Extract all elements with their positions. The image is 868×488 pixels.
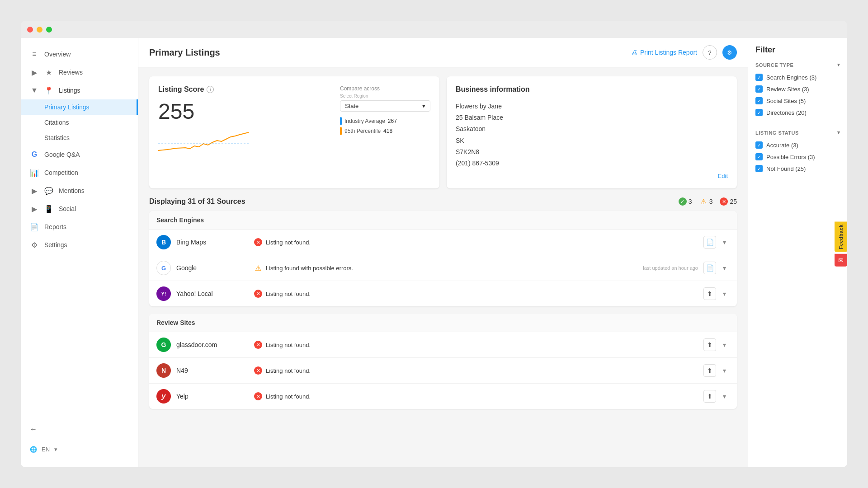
listing-score-info-icon[interactable]: i [207, 86, 214, 93]
sources-display-label: Displaying 31 of 31 Sources [149, 197, 245, 206]
glassdoor-logo: G [156, 338, 171, 352]
benchmark-industry: Industry Average 267 [340, 117, 430, 125]
competition-icon: 📊 [30, 168, 39, 177]
status-counts: ✓ 3 ⚠ 3 ✕ 25 [679, 197, 737, 206]
sidebar-item-reports[interactable]: 📄 Reports [21, 218, 138, 236]
listing-status-section-header[interactable]: LISTING STATUS ▾ [755, 130, 840, 136]
sidebar-item-settings[interactable]: ⚙ Settings [21, 236, 138, 254]
sidebar-item-google-qa[interactable]: G Google Q&A [21, 145, 138, 164]
yelp-logo: y [156, 389, 171, 404]
sidebar-item-listings[interactable]: ▼ 📍 Listings [21, 81, 138, 99]
source-row-bing: B Bing Maps ✕ Listing not found. 📄 ▾ [149, 230, 737, 255]
listing-score-value: 255 [158, 101, 249, 122]
yelp-expand-button[interactable]: ▾ [719, 391, 730, 402]
minimize-button[interactable] [37, 27, 42, 33]
sidebar-item-overview[interactable]: ≡ Overview [21, 45, 138, 63]
sidebar-item-competition[interactable]: 📊 Competition [21, 164, 138, 182]
language-selector[interactable]: 🌐 EN ▾ [21, 439, 138, 460]
not-found-checkbox[interactable] [755, 165, 763, 172]
source-row-n49: N N49 ✕ Listing not found. ⬆ ▾ [149, 358, 737, 384]
feedback-tab[interactable]: Feedback [835, 222, 847, 252]
listings-arrow-icon: ▼ [30, 86, 39, 95]
info-cards: Listing Score i 255 Compare across [149, 76, 737, 188]
star-icon: ★ [44, 68, 53, 77]
warning-icon: ⚠ [699, 197, 708, 206]
source-type-filters: Search Engines (3) Review Sites (3) Soci… [755, 71, 840, 118]
n49-upload-button[interactable]: ⬆ [703, 364, 716, 377]
filter-review-sites[interactable]: Review Sites (3) [755, 83, 840, 95]
email-tab[interactable]: ✉ [835, 253, 847, 266]
business-phone: (201) 867-5309 [456, 158, 728, 169]
bing-doc-button[interactable]: 📄 [703, 236, 716, 249]
benchmarks: Industry Average 267 95th Percentile 418 [340, 117, 430, 135]
directories-checkbox[interactable] [755, 109, 763, 116]
filter-search-engines[interactable]: Search Engines (3) [755, 71, 840, 83]
yahoo-status: ✕ Listing not found. [254, 290, 698, 298]
yahoo-expand-button[interactable]: ▾ [719, 288, 730, 299]
business-postal: S7K2N8 [456, 146, 728, 158]
filter-toggle-button[interactable]: ⚙ [722, 45, 737, 60]
filter-directories[interactable]: Directories (20) [755, 107, 840, 118]
close-button[interactable] [27, 27, 33, 33]
source-row-google: G Google ⚠ Listing found with possible e… [149, 255, 737, 281]
filter-possible-errors[interactable]: Possible Errors (3) [755, 151, 840, 163]
google-timestamp: last updated an hour ago [643, 265, 698, 271]
yelp-upload-button[interactable]: ⬆ [703, 390, 716, 403]
business-name: Flowers by Jane [456, 101, 728, 112]
sidebar: ≡ Overview ▶ ★ Reviews ▼ 📍 Listings Prim… [21, 38, 138, 467]
print-listings-button[interactable]: 🖨 Print Listings Report [631, 49, 697, 56]
n49-status: ✕ Listing not found. [254, 366, 698, 375]
filter-social-sites[interactable]: Social Sites (5) [755, 95, 840, 107]
sidebar-item-statistics[interactable]: Statistics [21, 130, 138, 145]
sidebar-item-mentions[interactable]: ▶ 💬 Mentions [21, 182, 138, 200]
filter-not-found[interactable]: Not Found (25) [755, 163, 840, 174]
sidebar-item-social[interactable]: ▶ 📱 Social [21, 200, 138, 218]
region-label: Select Region [340, 94, 430, 99]
review-sites-checkbox[interactable] [755, 85, 763, 93]
source-type-section-header[interactable]: SOURCE TYPE ▾ [755, 62, 840, 68]
n49-expand-button[interactable]: ▾ [719, 365, 730, 376]
sources-header: Displaying 31 of 31 Sources ✓ 3 ⚠ 3 ✕ 25 [149, 197, 737, 206]
yahoo-actions: ⬆ ▾ [703, 287, 730, 300]
filter-accurate[interactable]: Accurate (3) [755, 139, 840, 151]
listing-status-filters: Accurate (3) Possible Errors (3) Not Fou… [755, 139, 840, 174]
sidebar-item-reviews[interactable]: ▶ ★ Reviews [21, 63, 138, 81]
mentions-icon: 💬 [44, 186, 53, 195]
help-button[interactable]: ? [703, 45, 717, 60]
compare-label: Compare across [340, 85, 430, 92]
back-button[interactable]: ← [21, 420, 138, 439]
glassdoor-upload-button[interactable]: ⬆ [703, 338, 716, 351]
n49-actions: ⬆ ▾ [703, 364, 730, 377]
filter-icon: ⚙ [727, 49, 732, 56]
search-engines-checkbox[interactable] [755, 74, 763, 81]
sidebar-item-primary-listings[interactable]: Primary Listings [21, 99, 138, 115]
business-city: Saskatoon [456, 123, 728, 135]
glassdoor-expand-button[interactable]: ▾ [719, 339, 730, 350]
source-row-yelp: y Yelp ✕ Listing not found. ⬆ ▾ [149, 384, 737, 409]
reports-icon: 📄 [30, 222, 39, 231]
edit-business-info-button[interactable]: Edit [718, 173, 728, 179]
reviews-icon: ▶ [30, 68, 39, 77]
source-group-review-sites: Review Sites G glassdoor.com ✕ Listing n… [149, 314, 737, 409]
warning-count: ⚠ 3 [699, 197, 713, 206]
yelp-status: ✕ Listing not found. [254, 392, 698, 400]
maximize-button[interactable] [46, 27, 52, 33]
help-icon: ? [708, 49, 711, 56]
google-doc-button[interactable]: 📄 [703, 262, 716, 274]
accurate-checkbox[interactable] [755, 141, 763, 149]
google-expand-button[interactable]: ▾ [719, 263, 730, 273]
google-actions: 📄 ▾ [703, 262, 730, 274]
accurate-count: ✓ 3 [679, 197, 692, 206]
social-sites-checkbox[interactable] [755, 97, 763, 104]
bing-expand-button[interactable]: ▾ [719, 237, 730, 248]
google-name: Google [176, 264, 249, 272]
sidebar-item-citations[interactable]: Citations [21, 115, 138, 130]
page-header: Primary Listings 🖨 Print Listings Report… [138, 38, 748, 67]
yahoo-upload-button[interactable]: ⬆ [703, 287, 716, 300]
bing-status: ✕ Listing not found. [254, 238, 698, 246]
bing-actions: 📄 ▾ [703, 236, 730, 249]
region-select[interactable]: State ▾ [340, 100, 430, 112]
source-row-glassdoor: G glassdoor.com ✕ Listing not found. ⬆ ▾ [149, 332, 737, 358]
overview-icon: ≡ [30, 50, 39, 59]
possible-errors-checkbox[interactable] [755, 153, 763, 160]
